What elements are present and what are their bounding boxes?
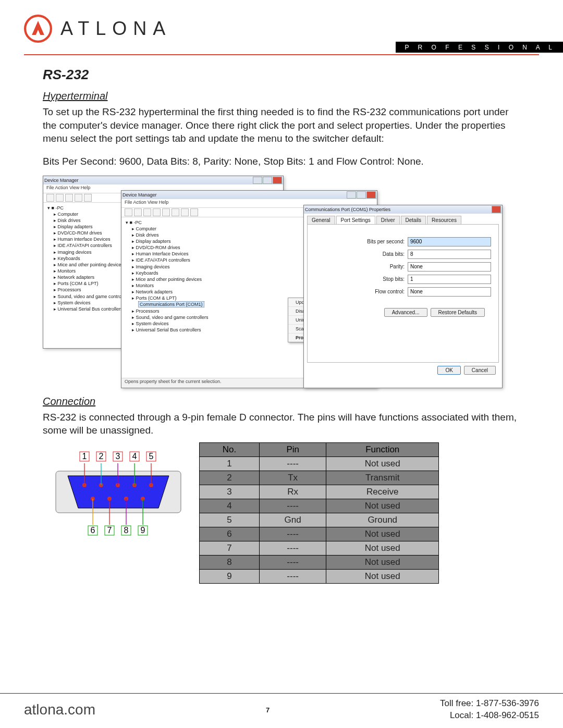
label-parity: Parity: bbox=[390, 264, 405, 269]
pinout-table: No.PinFunction1----Not used2TxTransmit3R… bbox=[199, 442, 439, 584]
com-properties-dialog: Communications Port (COM1) Properties Ge… bbox=[303, 205, 503, 388]
input-bps[interactable] bbox=[408, 237, 491, 246]
input-parity[interactable] bbox=[408, 262, 491, 272]
advanced-button[interactable]: Advanced... bbox=[384, 308, 427, 317]
svg-text:5: 5 bbox=[149, 452, 154, 461]
label-databits: Data bits: bbox=[383, 251, 405, 257]
label-stopbits: Stop bits: bbox=[383, 276, 405, 282]
svg-text:8: 8 bbox=[124, 526, 129, 535]
window-controls[interactable] bbox=[492, 206, 501, 213]
svg-text:7: 7 bbox=[107, 526, 112, 535]
label-flow: Flow control: bbox=[375, 289, 405, 294]
cancel-button[interactable]: Cancel bbox=[464, 366, 496, 375]
window-controls[interactable] bbox=[253, 177, 282, 184]
subheading-hyperterminal: Hyperterminal bbox=[43, 90, 539, 102]
svg-text:2: 2 bbox=[99, 452, 104, 461]
paragraph-2: Bits Per Second: 9600, Data Bits: 8, Par… bbox=[43, 155, 520, 168]
professional-badge: P R O F E S S I O N A L bbox=[396, 42, 564, 53]
section-title: RS-232 bbox=[43, 67, 539, 83]
brand-header: ATLONA bbox=[24, 15, 539, 43]
tab-resources[interactable]: Resources bbox=[427, 216, 461, 224]
brand-name: ATLONA bbox=[60, 18, 172, 40]
input-stopbits[interactable] bbox=[408, 275, 491, 284]
tab-details[interactable]: Details bbox=[401, 216, 426, 224]
svg-text:9: 9 bbox=[141, 526, 145, 535]
tab-strip[interactable]: GeneralPort SettingsDriverDetailsResourc… bbox=[304, 214, 502, 224]
window-controls[interactable] bbox=[347, 191, 376, 199]
dialog-title: Communications Port (COM1) Properties bbox=[305, 207, 390, 212]
paragraph-1: To set up the RS-232 hyperterminal the f… bbox=[43, 105, 520, 145]
tab-general[interactable]: General bbox=[307, 216, 335, 224]
screenshot-cluster: Device Manager File Action View Help ▾ ■… bbox=[43, 176, 539, 388]
footer-page-number: 7 bbox=[266, 706, 270, 714]
svg-text:6: 6 bbox=[91, 526, 95, 535]
footer-tollfree: Toll free: 1-877-536-3976 bbox=[440, 698, 539, 710]
footer-local: Local: 1-408-962-0515 bbox=[440, 710, 539, 722]
atlona-logo-icon bbox=[24, 15, 52, 43]
svg-text:3: 3 bbox=[116, 452, 120, 461]
divider bbox=[24, 54, 539, 55]
port-settings-form: Bits per second: Data bits: Parity: Stop… bbox=[308, 225, 498, 329]
tab-driver[interactable]: Driver bbox=[376, 216, 400, 224]
window-title: Device Manager bbox=[44, 178, 79, 183]
svg-marker-12 bbox=[68, 476, 169, 508]
paragraph-3: RS-232 is connected through a 9-pin fema… bbox=[43, 411, 520, 437]
ok-button[interactable]: OK bbox=[437, 366, 460, 375]
page-footer: atlona.com 7 Toll free: 1-877-536-3976 L… bbox=[0, 693, 563, 728]
svg-text:1: 1 bbox=[82, 452, 87, 461]
subheading-connection: Connection bbox=[43, 396, 539, 408]
svg-text:4: 4 bbox=[132, 452, 137, 461]
input-flow[interactable] bbox=[408, 287, 491, 297]
restore-defaults-button[interactable]: Restore Defaults bbox=[431, 308, 485, 317]
footer-site: atlona.com bbox=[24, 701, 95, 718]
tab-port-settings[interactable]: Port Settings bbox=[336, 216, 375, 224]
input-databits[interactable] bbox=[408, 250, 491, 259]
window-title: Device Manager bbox=[123, 192, 157, 198]
db9-connector-diagram: 54321 9876 bbox=[53, 442, 183, 547]
label-bps: Bits per second: bbox=[367, 239, 405, 244]
